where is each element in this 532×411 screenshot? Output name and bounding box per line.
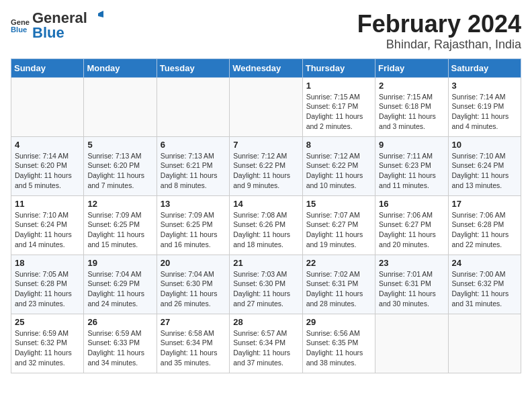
- calendar-header-row: SundayMondayTuesdayWednesdayThursdayFrid…: [11, 58, 521, 77]
- day-number: 21: [233, 258, 298, 268]
- day-info: Sunrise: 7:14 AMSunset: 6:20 PMDaylight:…: [15, 151, 80, 191]
- day-number: 28: [233, 317, 298, 327]
- calendar-subtitle: Bhindar, Rajasthan, India: [357, 38, 521, 52]
- calendar-day-cell: 22Sunrise: 7:02 AMSunset: 6:31 PMDayligh…: [302, 255, 375, 314]
- day-info: Sunrise: 7:07 AMSunset: 6:27 PMDaylight:…: [306, 210, 371, 250]
- calendar-day-cell: 8Sunrise: 7:12 AMSunset: 6:22 PMDaylight…: [302, 136, 375, 195]
- day-info: Sunrise: 7:10 AMSunset: 6:24 PMDaylight:…: [15, 210, 80, 250]
- day-number: 2: [379, 81, 444, 91]
- day-number: 5: [87, 140, 152, 150]
- calendar-day-cell: 10Sunrise: 7:10 AMSunset: 6:24 PMDayligh…: [448, 136, 521, 195]
- day-info: Sunrise: 7:15 AMSunset: 6:17 PMDaylight:…: [306, 92, 371, 132]
- day-info: Sunrise: 7:04 AMSunset: 6:30 PMDaylight:…: [161, 269, 226, 309]
- calendar-day-cell: 25Sunrise: 6:59 AMSunset: 6:32 PMDayligh…: [11, 314, 84, 373]
- day-number: 16: [379, 199, 444, 209]
- calendar-day-cell: 6Sunrise: 7:13 AMSunset: 6:21 PMDaylight…: [157, 136, 229, 195]
- day-number: 12: [87, 199, 152, 209]
- calendar-week-row: 4Sunrise: 7:14 AMSunset: 6:20 PMDaylight…: [11, 136, 521, 195]
- day-info: Sunrise: 7:03 AMSunset: 6:30 PMDaylight:…: [233, 269, 298, 309]
- calendar-day-cell: 7Sunrise: 7:12 AMSunset: 6:22 PMDaylight…: [230, 136, 302, 195]
- calendar-week-row: 11Sunrise: 7:10 AMSunset: 6:24 PMDayligh…: [11, 195, 521, 255]
- day-number: 1: [306, 81, 371, 91]
- calendar-week-row: 25Sunrise: 6:59 AMSunset: 6:32 PMDayligh…: [11, 314, 521, 373]
- svg-text:Blue: Blue: [11, 26, 27, 34]
- day-number: 7: [233, 140, 298, 150]
- day-info: Sunrise: 6:57 AMSunset: 6:34 PMDaylight:…: [233, 328, 298, 368]
- calendar-day-cell: 20Sunrise: 7:04 AMSunset: 6:30 PMDayligh…: [157, 255, 229, 314]
- calendar-day-cell: 23Sunrise: 7:01 AMSunset: 6:31 PMDayligh…: [375, 255, 448, 314]
- calendar-day-cell: 12Sunrise: 7:09 AMSunset: 6:25 PMDayligh…: [84, 195, 157, 255]
- calendar-day-cell: 19Sunrise: 7:04 AMSunset: 6:29 PMDayligh…: [84, 255, 157, 314]
- calendar-day-cell: 1Sunrise: 7:15 AMSunset: 6:17 PMDaylight…: [302, 77, 375, 136]
- day-header-tuesday: Tuesday: [157, 58, 229, 77]
- calendar-day-cell: 28Sunrise: 6:57 AMSunset: 6:34 PMDayligh…: [230, 314, 302, 373]
- day-number: 25: [15, 317, 80, 327]
- day-info: Sunrise: 7:12 AMSunset: 6:22 PMDaylight:…: [233, 151, 298, 191]
- day-info: Sunrise: 7:06 AMSunset: 6:27 PMDaylight:…: [379, 210, 444, 250]
- day-number: 4: [15, 140, 80, 150]
- calendar-day-cell: 14Sunrise: 7:08 AMSunset: 6:26 PMDayligh…: [230, 195, 302, 255]
- calendar-day-cell: 27Sunrise: 6:58 AMSunset: 6:34 PMDayligh…: [157, 314, 229, 373]
- day-number: 27: [161, 317, 226, 327]
- calendar-day-cell: 29Sunrise: 6:56 AMSunset: 6:35 PMDayligh…: [302, 314, 375, 373]
- day-number: 14: [233, 199, 298, 209]
- calendar-week-row: 1Sunrise: 7:15 AMSunset: 6:17 PMDaylight…: [11, 77, 521, 136]
- calendar-day-cell: 21Sunrise: 7:03 AMSunset: 6:30 PMDayligh…: [230, 255, 302, 314]
- calendar-day-cell: 18Sunrise: 7:05 AMSunset: 6:28 PMDayligh…: [11, 255, 84, 314]
- day-number: 19: [87, 258, 152, 268]
- day-number: 11: [15, 199, 80, 209]
- calendar-table: SundayMondayTuesdayWednesdayThursdayFrid…: [11, 58, 521, 373]
- svg-marker-3: [98, 11, 103, 17]
- calendar-day-cell: 26Sunrise: 6:59 AMSunset: 6:33 PMDayligh…: [84, 314, 157, 373]
- day-info: Sunrise: 7:06 AMSunset: 6:28 PMDaylight:…: [452, 210, 517, 250]
- calendar-day-cell: 24Sunrise: 7:00 AMSunset: 6:32 PMDayligh…: [448, 255, 521, 314]
- day-number: 6: [161, 140, 226, 150]
- calendar-day-cell: 9Sunrise: 7:11 AMSunset: 6:23 PMDaylight…: [375, 136, 448, 195]
- day-header-monday: Monday: [84, 58, 157, 77]
- day-info: Sunrise: 7:12 AMSunset: 6:22 PMDaylight:…: [306, 151, 371, 191]
- calendar-day-cell: 17Sunrise: 7:06 AMSunset: 6:28 PMDayligh…: [448, 195, 521, 255]
- calendar-day-cell: [84, 77, 157, 136]
- calendar-day-cell: 2Sunrise: 7:15 AMSunset: 6:18 PMDaylight…: [375, 77, 448, 136]
- page-header: General Blue General Blue February 2024 …: [11, 11, 521, 52]
- day-info: Sunrise: 7:01 AMSunset: 6:31 PMDaylight:…: [379, 269, 444, 309]
- svg-text:General: General: [11, 18, 30, 26]
- logo-text-blue: Blue: [32, 24, 64, 41]
- calendar-day-cell: 15Sunrise: 7:07 AMSunset: 6:27 PMDayligh…: [302, 195, 375, 255]
- day-number: 29: [306, 317, 371, 327]
- logo-text-general: General: [32, 11, 87, 26]
- day-number: 26: [87, 317, 152, 327]
- day-number: 18: [15, 258, 80, 268]
- day-info: Sunrise: 7:10 AMSunset: 6:24 PMDaylight:…: [452, 151, 517, 191]
- calendar-week-row: 18Sunrise: 7:05 AMSunset: 6:28 PMDayligh…: [11, 255, 521, 314]
- day-info: Sunrise: 7:13 AMSunset: 6:21 PMDaylight:…: [161, 151, 226, 191]
- day-number: 17: [452, 199, 517, 209]
- day-number: 15: [306, 199, 371, 209]
- day-info: Sunrise: 6:56 AMSunset: 6:35 PMDaylight:…: [306, 328, 371, 368]
- calendar-day-cell: 13Sunrise: 7:09 AMSunset: 6:25 PMDayligh…: [157, 195, 229, 255]
- day-number: 3: [452, 81, 517, 91]
- day-info: Sunrise: 7:13 AMSunset: 6:20 PMDaylight:…: [87, 151, 152, 191]
- day-info: Sunrise: 6:58 AMSunset: 6:34 PMDaylight:…: [161, 328, 226, 368]
- day-number: 22: [306, 258, 371, 268]
- logo-icon: General Blue: [11, 16, 30, 35]
- calendar-day-cell: 3Sunrise: 7:14 AMSunset: 6:19 PMDaylight…: [448, 77, 521, 136]
- calendar-day-cell: [230, 77, 302, 136]
- day-info: Sunrise: 7:08 AMSunset: 6:26 PMDaylight:…: [233, 210, 298, 250]
- day-info: Sunrise: 7:09 AMSunset: 6:25 PMDaylight:…: [87, 210, 152, 250]
- day-number: 24: [452, 258, 517, 268]
- day-header-wednesday: Wednesday: [230, 58, 302, 77]
- day-number: 9: [379, 140, 444, 150]
- day-header-saturday: Saturday: [448, 58, 521, 77]
- day-number: 8: [306, 140, 371, 150]
- logo: General Blue General Blue: [11, 11, 103, 40]
- calendar-day-cell: 16Sunrise: 7:06 AMSunset: 6:27 PMDayligh…: [375, 195, 448, 255]
- day-number: 13: [161, 199, 226, 209]
- calendar-day-cell: [157, 77, 229, 136]
- calendar-day-cell: [448, 314, 521, 373]
- day-info: Sunrise: 7:00 AMSunset: 6:32 PMDaylight:…: [452, 269, 517, 309]
- day-header-thursday: Thursday: [302, 58, 375, 77]
- day-number: 10: [452, 140, 517, 150]
- day-info: Sunrise: 6:59 AMSunset: 6:33 PMDaylight:…: [87, 328, 152, 368]
- day-info: Sunrise: 7:14 AMSunset: 6:19 PMDaylight:…: [452, 92, 517, 132]
